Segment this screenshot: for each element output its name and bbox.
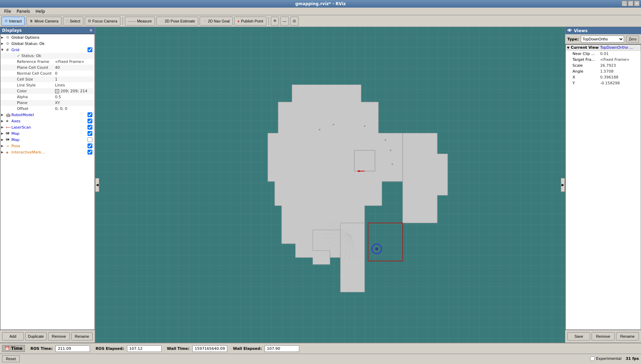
displays-tree: ▶ ⚙ Global Options ▶ ⚙ Global Status: Ok…	[0, 34, 95, 330]
collapse-right-button[interactable]: ▶	[561, 178, 565, 192]
robot-model-item[interactable]: ▶ 🤖 RobotModel	[0, 112, 94, 118]
select-button[interactable]: □ Select	[63, 17, 83, 26]
grid-alpha-row: Alpha 0.5	[0, 94, 94, 100]
measure-button[interactable]: —— Measure	[125, 17, 155, 26]
collapse-left-button[interactable]: ◀	[95, 178, 99, 192]
grid-refframe-val: <Fixed Frame>	[55, 59, 84, 64]
views-type-select[interactable]: TopDownOrtho	[581, 36, 624, 43]
time-section-header[interactable]: ⏰ Time	[2, 345, 25, 352]
global-options-item[interactable]: ▶ ⚙ Global Options	[0, 34, 94, 40]
views-remove-button[interactable]: Remove	[592, 332, 614, 340]
duplicate-button[interactable]: Duplicate	[25, 332, 47, 340]
ros-time-value: 211.09	[55, 345, 90, 352]
focus-camera-button[interactable]: ⊙ Focus Camera	[85, 17, 120, 26]
move-camera-button[interactable]: 🖱 Move Camera	[26, 17, 62, 26]
move-camera-icon: 🖱	[29, 19, 33, 23]
laser-scan-item[interactable]: ▶ ⟵ LaserScan	[0, 124, 94, 130]
views-prop-key-1: Target Fra...	[573, 57, 600, 62]
views-prop-val-1: <Fixed Frame>	[600, 57, 630, 62]
grid-checkbox[interactable]	[88, 47, 92, 52]
laser-scan-checkbox[interactable]	[88, 125, 92, 130]
grid-item[interactable]: ▼ # Grid	[0, 47, 94, 53]
grid-plane-row: Plane XY	[0, 100, 94, 106]
map-dot-6	[390, 150, 391, 151]
map1-checkbox[interactable]	[88, 131, 92, 136]
views-zero-button[interactable]: Zero	[626, 36, 639, 43]
map1-item[interactable]: ▶ 🗺 Map	[0, 130, 94, 137]
clock-icon: ⏰	[4, 346, 10, 351]
interact-button[interactable]: ⊕ Interact	[1, 17, 25, 26]
axes-item[interactable]: ▶ ⊕ Axes	[0, 118, 94, 124]
map2-icon: 🗺	[6, 138, 11, 142]
publish-point-button[interactable]: ● Publish Point	[234, 17, 266, 26]
views-rename-button[interactable]: Rename	[616, 332, 639, 340]
laser-scan-arrow: ▶	[1, 125, 6, 129]
views-prop-key-3: Angle	[573, 69, 600, 74]
map2-checkbox[interactable]	[88, 137, 92, 142]
rename-button[interactable]: Rename	[71, 332, 93, 340]
views-save-button[interactable]: Save	[567, 332, 590, 340]
global-status-item[interactable]: ▶ ⚙ Global Status: Ok	[0, 40, 94, 47]
grid-cellsize-row: Cell Size 1	[0, 76, 94, 82]
views-prop-key-2: Scale	[573, 63, 600, 68]
toolbar-icon-3[interactable]: ◎	[290, 17, 299, 26]
map-svg	[233, 64, 475, 306]
toolbar-icon-1[interactable]: ✛	[271, 17, 279, 26]
toolbar: ⊕ Interact 🖱 Move Camera □ Select ⊙ Focu…	[0, 15, 641, 27]
views-section-arrow: ▼	[567, 46, 569, 49]
menu-bar: File Panels Help	[0, 8, 641, 15]
displays-close-button[interactable]: ✕	[89, 28, 93, 33]
interactive-mark-item[interactable]: ▶ ◈ InteractiveMark...	[0, 149, 94, 155]
grid-linestyle-key: Line Style	[17, 83, 55, 87]
interactive-mark-checkbox[interactable]	[88, 150, 92, 155]
grid-color-row: Color 209; 209; 214	[0, 88, 94, 94]
experimental-label: Experimental	[596, 356, 621, 361]
map1-arrow: ▶	[1, 132, 6, 135]
experimental-checkbox[interactable]	[590, 356, 595, 361]
remove-button[interactable]: Remove	[48, 332, 70, 340]
grid-label: Grid	[11, 48, 88, 52]
pose-checkbox[interactable]	[88, 143, 92, 148]
publish-point-icon: ●	[237, 19, 240, 23]
select-icon: □	[66, 19, 68, 23]
window-controls[interactable]: _ □ ✕	[622, 1, 640, 6]
global-status-icon: ⚙	[6, 41, 11, 46]
map-dot-4	[319, 129, 320, 130]
grid-normal-cell-key: Normal Cell Count	[17, 71, 55, 76]
views-buttons: Save Remove Rename	[565, 330, 641, 343]
pose-item[interactable]: ▶ → Pose	[0, 143, 94, 149]
window-title: gmapping.rviz* - RViz	[295, 1, 346, 6]
global-options-label: Global Options	[11, 35, 94, 40]
minimize-button[interactable]: _	[622, 1, 627, 6]
nav-goal-button[interactable]: → 2D Nav Goal	[200, 17, 233, 26]
interactive-mark-icon: ◈	[6, 150, 11, 154]
grid-plane-cell-row: Plane Cell Count 40	[0, 65, 94, 71]
axes-icon: ⊕	[6, 119, 11, 123]
menu-file[interactable]: File	[1, 8, 14, 15]
global-status-arrow: ▶	[1, 42, 6, 45]
viewport[interactable]: ◀ ▶	[95, 27, 565, 343]
displays-header: Displays ✕	[0, 27, 95, 34]
pose-label: Pose	[11, 144, 88, 148]
close-button[interactable]: ✕	[634, 1, 640, 6]
views-prop-2: Scale 26.7923	[566, 63, 641, 68]
maximize-button[interactable]: □	[628, 1, 633, 6]
axes-checkbox[interactable]	[88, 119, 92, 123]
menu-panels[interactable]: Panels	[14, 8, 33, 15]
status-bar: Reset Experimental 31 fps	[0, 354, 641, 363]
views-current-header[interactable]: ▼ Current View TopDownOrtho ...	[566, 45, 641, 51]
interactive-mark-arrow: ▶	[1, 150, 6, 154]
global-options-arrow: ▶	[1, 36, 6, 39]
laser-scan-icon: ⟵	[6, 125, 11, 129]
menu-help[interactable]: Help	[33, 8, 48, 15]
map2-item[interactable]: ▶ 🗺 Map	[0, 137, 94, 143]
grid-alpha-key: Alpha	[17, 95, 55, 99]
add-button[interactable]: Add	[2, 332, 24, 340]
reset-button[interactable]: Reset	[2, 355, 20, 362]
toolbar-icon-2[interactable]: —	[280, 17, 289, 26]
pose-estimate-button[interactable]: → 2D Pose Estimate	[156, 17, 198, 26]
robot-model-checkbox[interactable]	[88, 112, 92, 117]
time-bar: ⏰ Time ROS Time: 211.09 ROS Elapsed: 107…	[0, 343, 641, 354]
grid-plane-val: XY	[55, 101, 60, 105]
views-tree: ▼ Current View TopDownOrtho ... Near Cli…	[565, 44, 641, 330]
